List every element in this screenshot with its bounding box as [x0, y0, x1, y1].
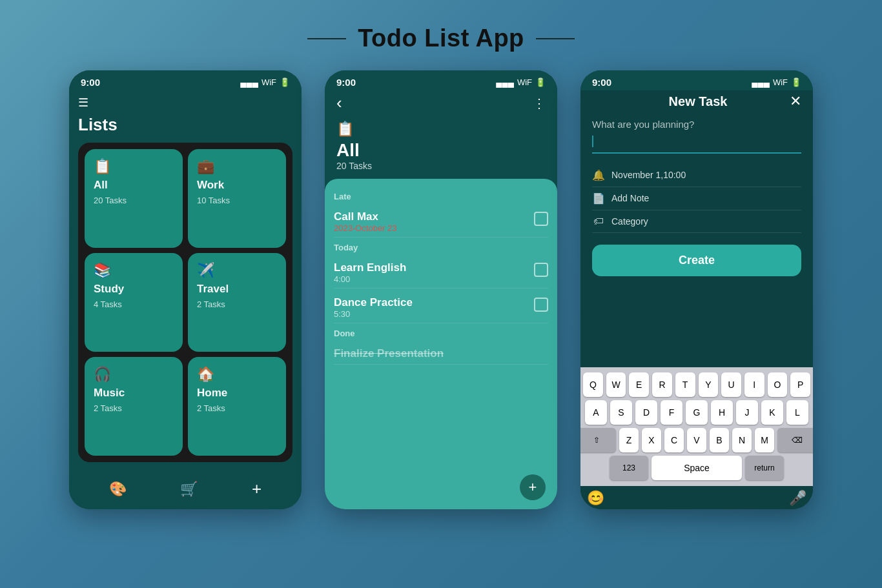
section-done: Done [334, 329, 548, 338]
all-count: 20 Tasks [94, 196, 174, 205]
palette-icon[interactable]: 🎨 [109, 481, 127, 498]
list-header-icon: 📋 [336, 121, 546, 137]
key-o[interactable]: O [768, 372, 788, 397]
home-count: 2 Tasks [197, 403, 277, 413]
list-header-name: All [336, 140, 546, 161]
phone-lists: 9:00 ▄▄▄ WiF 🔋 ☰ Lists 📋 All 20 Tasks 💼 … [69, 70, 302, 509]
task-checkbox[interactable] [534, 298, 548, 312]
phone2-header: ‹ ⋮ [325, 90, 557, 118]
key-y[interactable]: Y [699, 372, 719, 397]
key-v[interactable]: V [687, 428, 706, 452]
new-task-title: New Task [669, 94, 728, 109]
task-checkbox[interactable] [534, 212, 548, 226]
key-h[interactable]: H [711, 400, 733, 425]
task-date: 2023-October 23 [334, 223, 397, 233]
task-item[interactable]: Finalize Presentation [334, 342, 548, 365]
task-input-area[interactable] [592, 135, 801, 154]
key-p[interactable]: P [790, 372, 810, 397]
phone2-bottom: + [325, 469, 557, 509]
key-i[interactable]: I [744, 372, 764, 397]
work-icon: 💼 [197, 158, 277, 175]
menu-icon[interactable]: ☰ [78, 96, 292, 110]
reminder-row[interactable]: 🔔 November 1,10:00 [592, 164, 801, 187]
category-row[interactable]: 🏷 Category [592, 210, 801, 233]
battery-icon-1: 🔋 [280, 77, 290, 87]
work-count: 10 Tasks [197, 196, 277, 205]
kb-row-1: Q W E R T Y U I O P [583, 372, 810, 397]
mic-button[interactable]: 🎤 [789, 490, 806, 507]
key-a[interactable]: A [585, 400, 607, 425]
key-return[interactable]: return [745, 456, 784, 480]
key-backspace[interactable]: ⌫ [777, 428, 813, 452]
add-list-button[interactable]: + [252, 479, 262, 499]
list-card-travel[interactable]: ✈️ Travel 2 Tasks [188, 253, 286, 352]
key-123[interactable]: 123 [610, 456, 648, 480]
list-card-all[interactable]: 📋 All 20 Tasks [85, 149, 183, 248]
key-c[interactable]: C [664, 428, 684, 452]
emoji-button[interactable]: 😊 [587, 490, 604, 507]
list-card-study[interactable]: 📚 Study 4 Tasks [85, 253, 183, 352]
key-e[interactable]: E [629, 372, 649, 397]
status-bar-1: 9:00 ▄▄▄ WiF 🔋 [69, 70, 302, 90]
key-shift[interactable]: ⇧ [580, 428, 616, 452]
add-task-button[interactable]: + [520, 474, 546, 500]
status-bar-2: 9:00 ▄▄▄ WiF 🔋 [325, 70, 557, 90]
key-x[interactable]: X [642, 428, 661, 452]
all-name: All [94, 179, 174, 192]
status-time-3: 9:00 [592, 77, 611, 88]
key-j[interactable]: J [736, 400, 758, 425]
key-m[interactable]: M [755, 428, 774, 452]
task-item[interactable]: Call Max 2023-October 23 [334, 205, 548, 238]
key-l[interactable]: L [786, 400, 808, 425]
key-u[interactable]: U [721, 372, 741, 397]
close-button[interactable]: ✕ [790, 93, 801, 110]
phone1-content: ☰ Lists 📋 All 20 Tasks 💼 Work 10 Tasks 📚… [69, 90, 302, 471]
signal-icon-3: ▄▄▄ [752, 77, 770, 87]
key-n[interactable]: N [732, 428, 752, 452]
cart-icon[interactable]: 🛒 [180, 481, 198, 498]
key-b[interactable]: B [710, 428, 729, 452]
task-item[interactable]: Dance Practice 5:30 [334, 291, 548, 323]
create-button[interactable]: Create [592, 245, 801, 276]
text-cursor [592, 136, 593, 147]
home-name: Home [197, 387, 277, 400]
task-item[interactable]: Learn English 4:00 [334, 256, 548, 289]
list-header-count: 20 Tasks [336, 161, 546, 171]
page-title-area: Todo List App [307, 25, 575, 52]
key-w[interactable]: W [606, 372, 626, 397]
task-name: Learn English [334, 261, 406, 274]
tasks-scroll: Late Call Max 2023-October 23 Today Lear… [325, 179, 557, 469]
kb-row-4: 123 Space return [583, 456, 810, 480]
status-time-1: 9:00 [81, 77, 100, 88]
status-icons-2: ▄▄▄ WiF 🔋 [496, 77, 546, 87]
note-row[interactable]: 📄 Add Note [592, 187, 801, 210]
list-card-work[interactable]: 💼 Work 10 Tasks [188, 149, 286, 248]
status-time-2: 9:00 [336, 77, 356, 88]
key-q[interactable]: Q [583, 372, 603, 397]
travel-count: 2 Tasks [197, 299, 277, 309]
key-s[interactable]: S [610, 400, 632, 425]
key-f[interactable]: F [661, 400, 682, 425]
list-card-home[interactable]: 🏠 Home 2 Tasks [188, 357, 286, 456]
title-line-right [536, 38, 575, 39]
key-g[interactable]: G [686, 400, 708, 425]
travel-icon: ✈️ [197, 262, 277, 279]
status-icons-1: ▄▄▄ WiF 🔋 [240, 77, 290, 87]
status-bar-3: 9:00 ▄▄▄ WiF 🔋 [580, 70, 813, 90]
more-button[interactable]: ⋮ [533, 96, 546, 111]
key-space[interactable]: Space [651, 456, 742, 480]
all-icon: 📋 [94, 158, 174, 175]
key-d[interactable]: D [635, 400, 657, 425]
reminder-text: November 1,10:00 [611, 170, 686, 180]
key-r[interactable]: R [652, 372, 672, 397]
phone3-body: What are you planning? 🔔 November 1,10:0… [580, 119, 813, 367]
task-checkbox[interactable] [534, 263, 548, 277]
task-time: 4:00 [334, 274, 406, 284]
back-button[interactable]: ‹ [336, 93, 342, 113]
study-icon: 📚 [94, 262, 174, 279]
list-card-music[interactable]: 🎧 Music 2 Tasks [85, 357, 183, 456]
title-line-left [307, 38, 346, 39]
key-k[interactable]: K [761, 400, 783, 425]
key-t[interactable]: T [675, 372, 695, 397]
key-z[interactable]: Z [619, 428, 639, 452]
